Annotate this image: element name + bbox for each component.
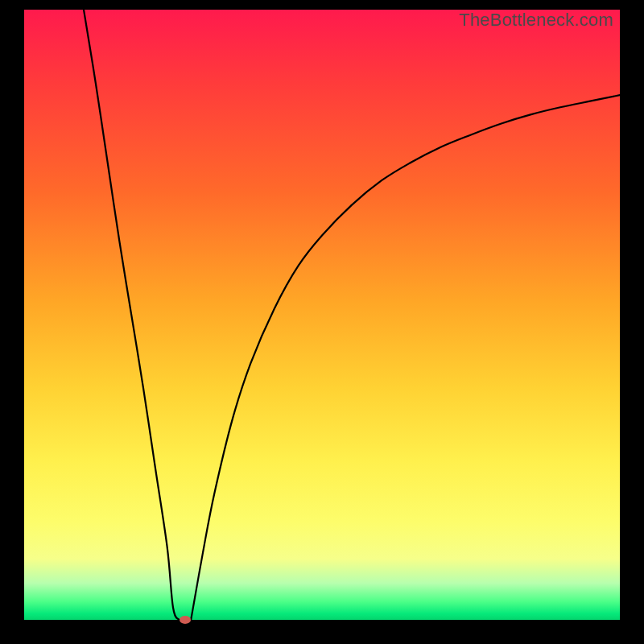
watermark-text: TheBottleneck.com bbox=[459, 10, 613, 31]
bottleneck-curve bbox=[24, 10, 620, 620]
minimum-marker bbox=[180, 616, 191, 624]
chart-stage: TheBottleneck.com bbox=[0, 0, 644, 644]
curve-path bbox=[84, 10, 620, 620]
plot-area: TheBottleneck.com bbox=[24, 10, 620, 620]
